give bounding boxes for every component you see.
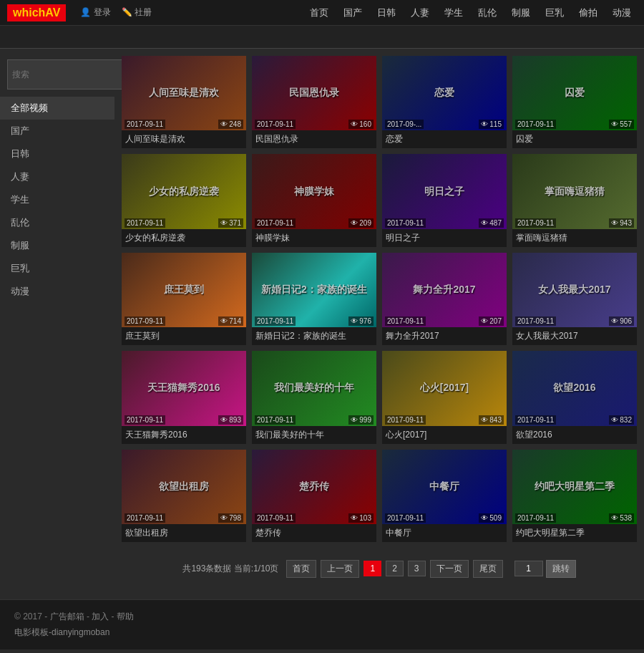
video-date-8: 2017-09-11	[125, 316, 165, 326]
video-title-5: 神膜学妹	[252, 229, 376, 247]
sidebar-item-juru[interactable]: 巨乳	[0, 257, 114, 280]
video-views-19: 👁538	[609, 513, 634, 523]
sidebar-item-renqi[interactable]: 人妻	[0, 165, 114, 188]
header-nav-xuesheng[interactable]: 学生	[439, 4, 469, 22]
video-thumb-1: 民国恩仇录 2017-09-11 👁160	[252, 56, 376, 130]
header-nav-juru[interactable]: 巨乳	[540, 4, 570, 22]
next-page-btn[interactable]: 下一页	[430, 560, 469, 578]
sidebar-item-all[interactable]: 全部视频	[0, 97, 114, 120]
video-date-7: 2017-09-11	[515, 218, 556, 228]
video-card-8[interactable]: 庶王莫到 2017-09-11 👁714 庶王莫到	[122, 253, 246, 345]
header-nav-zhifu[interactable]: 制服	[506, 4, 536, 22]
video-title-3: 囚爱	[512, 130, 637, 148]
video-card-12[interactable]: 天王猫舞秀2016 2017-09-11 👁893 天王猫舞秀2016	[122, 351, 246, 443]
video-card-2[interactable]: 恋爱 2017-09-... 👁115 恋爱	[382, 56, 507, 148]
sidebar-item-rihan[interactable]: 日韩	[0, 142, 114, 165]
video-card-18[interactable]: 中餐厅 2017-09-11 👁509 中餐厅	[382, 450, 507, 542]
video-thumb-13: 我们最美好的十年 2017-09-11 👁999	[252, 351, 376, 425]
video-card-4[interactable]: 少女的私房逆袭 2017-09-11 👁371 少女的私房逆袭	[122, 154, 246, 246]
video-views-12: 👁893	[218, 415, 243, 425]
video-card-6[interactable]: 明日之子 2017-09-11 👁487 明日之子	[382, 154, 507, 246]
video-date-15: 2017-09-11	[515, 415, 556, 425]
video-thumb-8: 庶王莫到 2017-09-11 👁714	[122, 253, 246, 327]
join-link[interactable]: 加入	[92, 611, 109, 621]
video-title-13: 我们最美好的十年	[252, 426, 376, 444]
video-grid: 人间至味是清欢 2017-09-11 👁248 人间至味是清欢 民国恩仇录 20…	[122, 56, 637, 542]
video-card-0[interactable]: 人间至味是清欢 2017-09-11 👁248 人间至味是清欢	[122, 56, 246, 148]
footer-copyright: © 2017 -	[14, 611, 47, 621]
sidebar-item-xuesheng[interactable]: 学生	[0, 188, 114, 211]
page-jump: 跳转	[514, 560, 576, 578]
video-card-7[interactable]: 掌面嗨逗猪猜 2017-09-11 👁943 掌面嗨逗猪猜	[512, 154, 637, 246]
video-card-19[interactable]: 约吧大明星第二季 2017-09-11 👁538 约吧大明星第二季	[512, 450, 637, 542]
header-nav: 首页国产日韩人妻学生乱伦制服巨乳偷拍动漫	[304, 4, 637, 22]
video-views-6: 👁487	[479, 218, 504, 228]
video-card-14[interactable]: 心火[2017] 2017-09-11 👁843 心火[2017]	[382, 351, 507, 443]
last-page-btn[interactable]: 尾页	[473, 560, 503, 578]
video-thumb-19: 约吧大明星第二季 2017-09-11 👁538	[512, 450, 637, 524]
video-thumb-18: 中餐厅 2017-09-11 👁509	[382, 450, 507, 524]
sidebar-item-guochan[interactable]: 国产	[0, 120, 114, 142]
video-date-2: 2017-09-...	[385, 120, 424, 129]
sidebar-item-luanlun[interactable]: 乱伦	[0, 211, 114, 234]
video-title-9: 新婚日记2：家族的诞生	[252, 327, 376, 345]
video-card-11[interactable]: 女人我最大2017 2017-09-11 👁906 女人我最大2017	[512, 253, 637, 345]
header-nav-home[interactable]: 首页	[304, 4, 334, 22]
page-jump-input[interactable]	[514, 561, 543, 576]
header: whichAV 👤 登录 ✏️ 社册 首页国产日韩人妻学生乱伦制服巨乳偷拍动漫	[0, 0, 644, 26]
page-2-btn[interactable]: 2	[386, 561, 404, 576]
video-date-3: 2017-09-11	[515, 120, 556, 129]
header-nav-luanlun[interactable]: 乱伦	[472, 4, 502, 22]
page-1-btn[interactable]: 1	[364, 561, 381, 576]
video-date-4: 2017-09-11	[125, 218, 165, 228]
video-card-5[interactable]: 神膜学妹 2017-09-11 👁209 神膜学妹	[252, 154, 376, 246]
video-thumb-9: 新婚日记2：家族的诞生 2017-09-11 👁976	[252, 253, 376, 327]
logo[interactable]: whichAV	[7, 4, 66, 21]
video-thumb-12: 天王猫舞秀2016 2017-09-11 👁893	[122, 351, 246, 425]
video-thumb-17: 楚乔传 2017-09-11 👁103	[252, 450, 376, 524]
ad-link[interactable]: 广告邮箱	[50, 611, 84, 621]
register-link[interactable]: ✏️ 社册	[122, 6, 152, 19]
video-views-16: 👁798	[218, 513, 243, 523]
footer-sep2: -	[112, 611, 114, 621]
video-views-3: 👁557	[609, 120, 634, 129]
video-title-19: 约吧大明星第二季	[512, 524, 637, 542]
page-info: 共193条数据 当前:1/10页	[182, 563, 278, 575]
page-jump-button[interactable]: 跳转	[546, 560, 576, 578]
video-title-2: 恋爱	[382, 130, 507, 148]
help-link[interactable]: 帮助	[117, 611, 134, 621]
template-link[interactable]: 电影模板-dianyingmoban	[14, 627, 109, 637]
sidebar-item-dongman[interactable]: 动漫	[0, 280, 114, 303]
first-page-btn[interactable]: 首页	[286, 560, 316, 578]
header-nav-rihan[interactable]: 日韩	[371, 4, 401, 22]
header-nav-guochan[interactable]: 国产	[338, 4, 368, 22]
video-date-18: 2017-09-11	[385, 513, 426, 523]
video-thumb-3: 囚爱 2017-09-11 👁557	[512, 56, 637, 130]
header-nav-dongman[interactable]: 动漫	[607, 4, 637, 22]
sidebar-item-zhifu[interactable]: 制服	[0, 234, 114, 257]
video-card-15[interactable]: 欲望2016 2017-09-11 👁832 欲望2016	[512, 351, 637, 443]
search-input[interactable]	[7, 59, 125, 90]
video-date-9: 2017-09-11	[255, 316, 296, 326]
video-thumb-2: 恋爱 2017-09-... 👁115	[382, 56, 507, 130]
prev-page-btn[interactable]: 上一页	[321, 560, 359, 578]
video-card-1[interactable]: 民国恩仇录 2017-09-11 👁160 民国恩仇录	[252, 56, 376, 148]
video-card-9[interactable]: 新婚日记2：家族的诞生 2017-09-11 👁976 新婚日记2：家族的诞生	[252, 253, 376, 345]
video-title-10: 舞力全升2017	[382, 327, 507, 345]
video-card-16[interactable]: 欲望出租房 2017-09-11 👁798 欲望出租房	[122, 450, 246, 542]
pagination: 共193条数据 当前:1/10页 首页 上一页 1 2 3 下一页 尾页 跳转	[122, 553, 637, 585]
video-title-17: 楚乔传	[252, 524, 376, 542]
video-date-12: 2017-09-11	[125, 415, 165, 425]
video-card-13[interactable]: 我们最美好的十年 2017-09-11 👁999 我们最美好的十年	[252, 351, 376, 443]
login-link[interactable]: 👤 登录	[80, 6, 110, 19]
video-card-17[interactable]: 楚乔传 2017-09-11 👁103 楚乔传	[252, 450, 376, 542]
header-nav-oupai[interactable]: 偷拍	[573, 4, 603, 22]
video-date-6: 2017-09-11	[385, 218, 426, 228]
page-3-btn[interactable]: 3	[408, 561, 426, 576]
video-card-10[interactable]: 舞力全升2017 2017-09-11 👁207 舞力全升2017	[382, 253, 507, 345]
footer-line1: © 2017 - 广告邮箱 - 加入 - 帮助	[14, 611, 630, 623]
video-card-3[interactable]: 囚爱 2017-09-11 👁557 囚爱	[512, 56, 637, 148]
video-thumb-11: 女人我最大2017 2017-09-11 👁906	[512, 253, 637, 327]
header-nav-renqi[interactable]: 人妻	[405, 4, 435, 22]
footer-sep1: -	[87, 611, 89, 621]
